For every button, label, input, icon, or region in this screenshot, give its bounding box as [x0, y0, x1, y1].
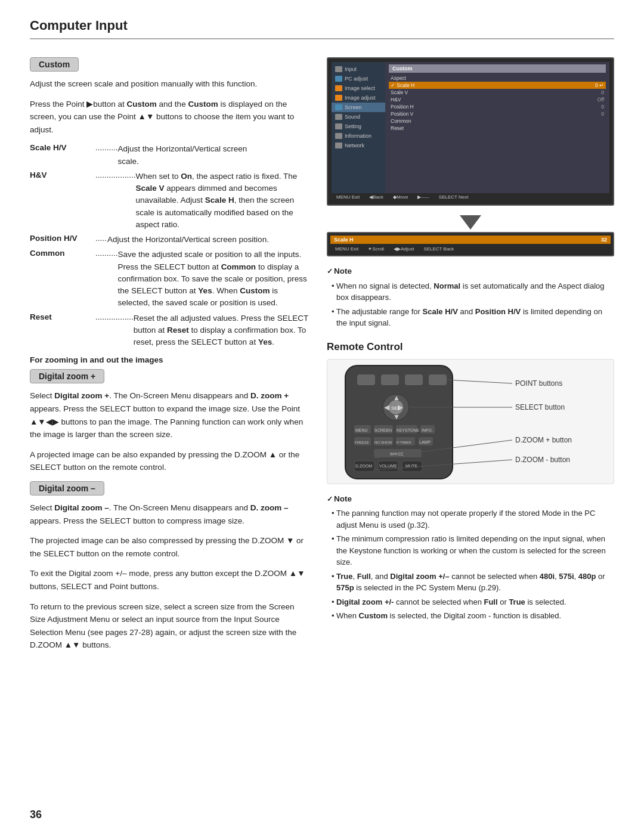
- scale-bar: Scale H 32: [330, 236, 611, 244]
- svg-text:▲: ▲: [393, 394, 400, 402]
- panel-aspect: Aspect: [389, 75, 606, 82]
- note-block-2: Note The panning function may not operat…: [327, 493, 614, 622]
- setting-icon: [335, 123, 342, 129]
- svg-text:SEL: SEL: [391, 405, 401, 411]
- note2-item-4: Digital zoom +/- cannot be selected when…: [332, 596, 614, 608]
- panel-scaleh: ✓ Scale H 0 ↵: [389, 82, 606, 89]
- custom-intro: Adjust the screen scale and position man…: [30, 78, 309, 91]
- mockup-menu-network: Network: [332, 141, 385, 150]
- note-block-1: Note When no signal is detected, Normal …: [327, 265, 614, 329]
- svg-rect-4: [429, 374, 447, 385]
- definitions-table: Scale H/V .......... Adjust the Horizont…: [30, 143, 309, 348]
- svg-text:D.ZOOM: D.ZOOM: [355, 464, 372, 468]
- network-icon: [335, 143, 342, 148]
- sound-icon: [335, 114, 342, 120]
- info-icon: [335, 133, 342, 139]
- custom-detail: Press the Point ▶button at Custom and th…: [30, 98, 309, 137]
- svg-text:P-TIMER: P-TIMER: [397, 441, 411, 444]
- note1-item-1: When no signal is detected, Normal is se…: [332, 280, 614, 304]
- panel-positionh: Position H 0: [389, 103, 606, 110]
- svg-text:D.ZOOM + button: D.ZOOM + button: [515, 436, 572, 444]
- scale-mockup: Scale H 32 MENU Exit ✦Scroll ◀▶Adjust SE…: [327, 232, 614, 256]
- arrow-down-shape: [460, 215, 481, 230]
- scale-bottom-bar: MENU Exit ✦Scroll ◀▶Adjust SELECT Back: [330, 245, 611, 253]
- remote-svg: ◀ ▶ ▲ ▼ SEL MENU SCREEN KEYSTONE INFO.: [327, 360, 614, 484]
- digital-zoom-return: To return to the previous screen size, s…: [30, 600, 309, 652]
- svg-text:LAMP: LAMP: [419, 440, 431, 444]
- digital-zoom-plus-badge: Digital zoom +: [30, 369, 104, 383]
- pc-icon: [335, 76, 342, 82]
- zoom-label: For zooming in and out the images: [30, 355, 309, 364]
- mockup-menu-pcadjust: PC adjust: [332, 74, 385, 83]
- remote-container: ◀ ▶ ▲ ▼ SEL MENU SCREEN KEYSTONE INFO.: [327, 359, 614, 484]
- def-row-common: Common .......... Save the adjusted scal…: [30, 249, 309, 309]
- right-column: Input PC adjust Image select Image: [327, 57, 614, 661]
- mockup-menu-setting: Setting: [332, 122, 385, 131]
- svg-text:D.ZOOM - button: D.ZOOM - button: [515, 456, 570, 464]
- imageadjust-icon: [335, 95, 342, 101]
- panel-hv: H&V Off: [389, 96, 606, 103]
- panel-positionv: Position V 0: [389, 110, 606, 117]
- note2-item-2: The minimum compression ratio is limited…: [332, 533, 614, 568]
- svg-line-36: [447, 380, 512, 383]
- svg-text:◀: ◀: [384, 403, 390, 411]
- mockup-sidebar: Input PC adjust Image select Image: [332, 62, 385, 193]
- custom-badge: Custom: [30, 57, 79, 72]
- svg-text:MENU: MENU: [355, 428, 368, 432]
- digital-zoom-minus-badge: Digital zoom –: [30, 481, 104, 496]
- arrow-indicator: [327, 215, 614, 230]
- digital-zoom-plus-text2: A projected image can be also expanded b…: [30, 448, 309, 474]
- note2-title: Note: [327, 493, 614, 506]
- def-row-scalehv: Scale H/V .......... Adjust the Horizont…: [30, 143, 309, 168]
- note2-list: The panning function may not operate pro…: [327, 507, 614, 622]
- custom-section: Custom Adjust the screen scale and posit…: [30, 57, 309, 652]
- svg-rect-1: [357, 374, 375, 385]
- svg-text:KEYSTONE: KEYSTONE: [397, 428, 419, 432]
- digital-zoom-exit: To exit the Digital zoom +/– mode, press…: [30, 567, 309, 593]
- note2-item-5: When Custom is selected, the Digital zoo…: [332, 610, 614, 622]
- remote-title: Remote Control: [327, 341, 614, 353]
- panel-reset: Reset: [389, 125, 606, 132]
- def-row-positionhv: Position H/V ..... Adjust the Horizontal…: [30, 234, 309, 246]
- mockup-menu-sound: Sound: [332, 112, 385, 122]
- svg-rect-3: [405, 374, 423, 385]
- mockup-menu-imageadjust: Image adjust: [332, 93, 385, 103]
- panel-common: Common: [389, 117, 606, 125]
- screen-icon: [335, 104, 342, 110]
- mockup-menu-screen: Screen: [332, 103, 385, 112]
- page-header: Computer Input: [30, 18, 614, 39]
- svg-text:FREEZE: FREEZE: [355, 441, 369, 444]
- digital-zoom-plus-text1: Select Digital zoom +. The On-Screen Men…: [30, 389, 309, 441]
- mockup-menu-information: Information: [332, 131, 385, 141]
- note2-item-3: True, Full, and Digital zoom +/– cannot …: [332, 571, 614, 594]
- digital-zoom-minus-text2: The projected image can be also compress…: [30, 534, 309, 560]
- svg-text:INFO.: INFO.: [422, 428, 433, 432]
- svg-text:▼: ▼: [393, 413, 400, 421]
- note1-list: When no signal is detected, Normal is se…: [327, 280, 614, 329]
- page-number: 36: [30, 809, 42, 821]
- svg-text:POINT buttons: POINT buttons: [515, 379, 562, 388]
- note2-item-1: The panning function may not operate pro…: [332, 507, 614, 531]
- svg-text:SCREEN: SCREEN: [374, 428, 392, 432]
- mockup-menu-imageselect: Image select: [332, 83, 385, 93]
- input-icon: [335, 66, 342, 72]
- mockup-bottom-bar: MENU Exit ◀Back ◆Move ▶----- SELECT Next: [332, 193, 609, 201]
- mockup-panel: Custom Aspect ✓ Scale H 0 ↵ Scale V 0: [385, 62, 609, 193]
- panel-scalev: Scale V 0: [389, 89, 606, 96]
- def-row-reset: Reset ................. Reset the all ad…: [30, 312, 309, 349]
- left-column: Custom Adjust the screen scale and posit…: [30, 57, 309, 661]
- def-row-hv: H&V .................. When set to On, t…: [30, 171, 309, 231]
- imageselect-icon: [335, 85, 342, 91]
- svg-rect-2: [381, 374, 399, 385]
- page-title: Computer Input: [30, 18, 128, 33]
- svg-text:VOLUME: VOLUME: [379, 464, 397, 468]
- svg-text:NO SHOW: NO SHOW: [374, 441, 392, 444]
- mockup-menu-input: Input: [332, 64, 385, 74]
- note1-title: Note: [327, 265, 614, 278]
- svg-text:SELECT button: SELECT button: [515, 403, 565, 411]
- digital-zoom-minus-text1: Select Digital zoom –. The On-Screen Men…: [30, 501, 309, 527]
- note1-item-2: The adjustable range for Scale H/V and P…: [332, 306, 614, 329]
- panel-title: Custom: [389, 64, 606, 73]
- screen-mockup: Input PC adjust Image select Image: [327, 57, 614, 206]
